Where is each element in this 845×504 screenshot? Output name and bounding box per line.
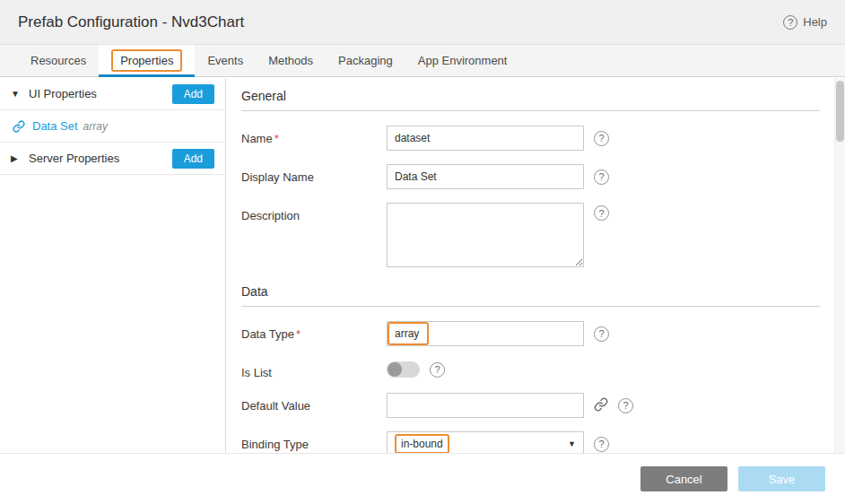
- add-ui-property-button[interactable]: Add: [172, 84, 214, 104]
- bind-value-button[interactable]: [594, 397, 608, 414]
- name-label: Name*: [241, 126, 387, 151]
- help-button[interactable]: ? Help: [783, 15, 827, 30]
- form-row-binding-type: Binding Type in-bound ▼ ?: [241, 431, 820, 453]
- sidebar-item-type: array: [83, 120, 108, 133]
- data-type-help-icon[interactable]: ?: [594, 326, 609, 342]
- save-button[interactable]: Save: [738, 466, 825, 491]
- default-value-input[interactable]: [387, 393, 584, 418]
- tab-properties[interactable]: Properties: [99, 45, 195, 76]
- sidebar: ▼ UI Properties Add Data Set array ▶ Ser…: [0, 78, 226, 453]
- description-help-icon[interactable]: ?: [594, 205, 609, 221]
- toggle-knob: [388, 362, 402, 377]
- default-value-label: Default Value: [241, 393, 387, 418]
- tab-bar: Resources Properties Events Methods Pack…: [0, 45, 845, 77]
- required-marker: *: [296, 327, 301, 341]
- bind-link-icon: [13, 120, 25, 133]
- binding-type-value: in-bound: [395, 434, 449, 453]
- window-title: Prefab Configuration - Nvd3Chart: [18, 13, 244, 31]
- form-row-default-value: Default Value ?: [241, 393, 820, 418]
- sidebar-item-data-set[interactable]: Data Set array: [0, 110, 225, 143]
- description-label: Description: [241, 203, 387, 267]
- footer-bar: Cancel Save: [0, 453, 845, 504]
- add-server-property-button[interactable]: Add: [172, 149, 214, 169]
- required-marker: *: [274, 132, 279, 145]
- form-row-name: Name* ?: [241, 126, 820, 151]
- caret-right-icon: ▶: [11, 153, 21, 163]
- form-row-data-type: Data Type* ?: [241, 321, 820, 346]
- is-list-toggle[interactable]: [387, 361, 420, 378]
- tab-app-environment[interactable]: App Environment: [405, 45, 520, 76]
- caret-down-icon: ▼: [11, 89, 21, 99]
- sidebar-group-server-properties[interactable]: ▶ Server Properties Add: [0, 143, 225, 175]
- vertical-scrollbar[interactable]: [834, 78, 845, 453]
- form-row-display-name: Display Name ?: [241, 164, 820, 189]
- binding-type-select[interactable]: in-bound ▼: [387, 431, 584, 453]
- sidebar-group-ui-properties[interactable]: ▼ UI Properties Add: [0, 78, 225, 110]
- data-type-label: Data Type*: [241, 321, 387, 346]
- is-list-help-icon[interactable]: ?: [430, 362, 445, 378]
- tab-packaging[interactable]: Packaging: [326, 45, 405, 76]
- help-label: Help: [803, 15, 827, 29]
- tab-resources[interactable]: Resources: [18, 45, 99, 76]
- display-name-help-icon[interactable]: ?: [594, 169, 609, 185]
- data-type-input[interactable]: [387, 321, 584, 346]
- chevron-down-icon: ▼: [568, 439, 576, 448]
- default-value-help-icon[interactable]: ?: [618, 398, 633, 413]
- properties-panel: General Name* ? Display Name ? Descripti…: [227, 78, 834, 453]
- description-textarea[interactable]: [387, 203, 584, 267]
- is-list-label: Is List: [241, 360, 387, 379]
- display-name-input[interactable]: [387, 164, 584, 189]
- display-name-label: Display Name: [241, 164, 387, 189]
- name-input[interactable]: [387, 126, 584, 151]
- titlebar: Prefab Configuration - Nvd3Chart ? Help: [0, 0, 845, 45]
- scrollbar-thumb[interactable]: [836, 81, 844, 142]
- sidebar-item-label: Data Set: [32, 119, 78, 133]
- help-icon: ?: [783, 15, 797, 30]
- cancel-button[interactable]: Cancel: [640, 466, 727, 491]
- name-help-icon[interactable]: ?: [594, 131, 609, 146]
- section-title-data: Data: [241, 281, 820, 307]
- form-row-description: Description ?: [241, 203, 820, 267]
- section-title-general: General: [241, 85, 820, 111]
- tab-events[interactable]: Events: [195, 45, 256, 76]
- binding-type-label: Binding Type: [241, 431, 387, 453]
- bind-link-icon: [594, 397, 608, 414]
- tab-methods[interactable]: Methods: [256, 45, 326, 76]
- form-row-is-list: Is List ?: [241, 360, 820, 379]
- binding-type-help-icon[interactable]: ?: [594, 437, 609, 452]
